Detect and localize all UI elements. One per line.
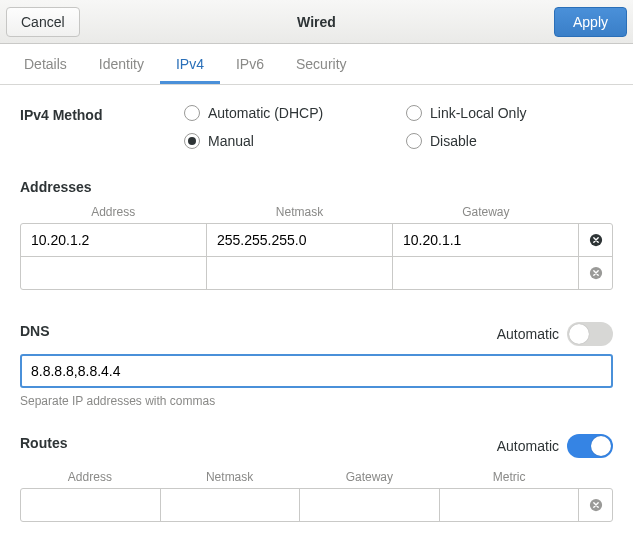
header-address: Address [20, 466, 160, 488]
routes-automatic-label: Automatic [497, 438, 559, 454]
header-gateway: Gateway [300, 466, 440, 488]
route-netmask-input[interactable] [161, 489, 300, 521]
titlebar: Cancel Wired Apply [0, 0, 633, 44]
dns-section: DNS Automatic Separate IP addresses with… [20, 322, 613, 408]
radio-icon [184, 105, 200, 121]
header-gateway: Gateway [393, 201, 579, 223]
radio-label: Manual [208, 133, 254, 149]
addresses-headers: Address Netmask Gateway [20, 201, 613, 223]
dns-title: DNS [20, 323, 50, 339]
route-row [21, 489, 612, 521]
routes-headers: Address Netmask Gateway Metric [20, 466, 613, 488]
tab-details[interactable]: Details [8, 44, 83, 84]
ipv4-method-row: IPv4 Method Automatic (DHCP) Link-Local … [20, 105, 613, 149]
dns-automatic-label: Automatic [497, 326, 559, 342]
addresses-title: Addresses [20, 179, 613, 195]
close-circle-icon [589, 266, 603, 280]
address-row [21, 256, 612, 289]
gateway-input[interactable] [393, 257, 578, 289]
delete-route-button [588, 497, 604, 513]
routes-section: Routes Automatic Address Netmask Gateway… [20, 434, 613, 522]
dns-servers-input[interactable] [20, 354, 613, 388]
routes-title: Routes [20, 435, 67, 451]
addresses-section: Addresses Address Netmask Gateway [20, 179, 613, 290]
radio-disable[interactable]: Disable [406, 133, 527, 149]
netmask-input[interactable] [207, 257, 392, 289]
tab-security[interactable]: Security [280, 44, 363, 84]
header-netmask: Netmask [160, 466, 300, 488]
switch-knob [569, 324, 589, 344]
route-gateway-input[interactable] [300, 489, 439, 521]
header-metric: Metric [439, 466, 579, 488]
gateway-input[interactable] [393, 224, 578, 256]
radio-link-local[interactable]: Link-Local Only [406, 105, 527, 121]
routes-automatic-switch[interactable] [567, 434, 613, 458]
netmask-input[interactable] [207, 224, 392, 256]
routes-table [20, 488, 613, 522]
header-netmask: Netmask [206, 201, 392, 223]
dns-hint: Separate IP addresses with commas [20, 394, 613, 408]
radio-label: Link-Local Only [430, 105, 527, 121]
route-metric-input[interactable] [440, 489, 579, 521]
close-circle-icon [589, 498, 603, 512]
radio-label: Automatic (DHCP) [208, 105, 323, 121]
addresses-table [20, 223, 613, 290]
cancel-button[interactable]: Cancel [6, 7, 80, 37]
address-input[interactable] [21, 257, 206, 289]
header-address: Address [20, 201, 206, 223]
tab-ipv4[interactable]: IPv4 [160, 44, 220, 84]
apply-button[interactable]: Apply [554, 7, 627, 37]
radio-icon [184, 133, 200, 149]
radio-automatic-dhcp[interactable]: Automatic (DHCP) [184, 105, 406, 121]
ipv4-method-label: IPv4 Method [20, 105, 184, 123]
content: IPv4 Method Automatic (DHCP) Link-Local … [0, 85, 633, 538]
close-circle-icon [589, 233, 603, 247]
address-input[interactable] [21, 224, 206, 256]
delete-row-button[interactable] [588, 232, 604, 248]
dns-automatic-switch[interactable] [567, 322, 613, 346]
tab-ipv6[interactable]: IPv6 [220, 44, 280, 84]
window-title: Wired [0, 14, 633, 30]
address-row [21, 224, 612, 256]
radio-manual[interactable]: Manual [184, 133, 406, 149]
radio-icon [406, 105, 422, 121]
tab-identity[interactable]: Identity [83, 44, 160, 84]
route-address-input[interactable] [21, 489, 160, 521]
switch-knob [591, 436, 611, 456]
delete-row-button [588, 265, 604, 281]
radio-label: Disable [430, 133, 477, 149]
radio-icon [406, 133, 422, 149]
tabs: Details Identity IPv4 IPv6 Security [0, 44, 633, 85]
